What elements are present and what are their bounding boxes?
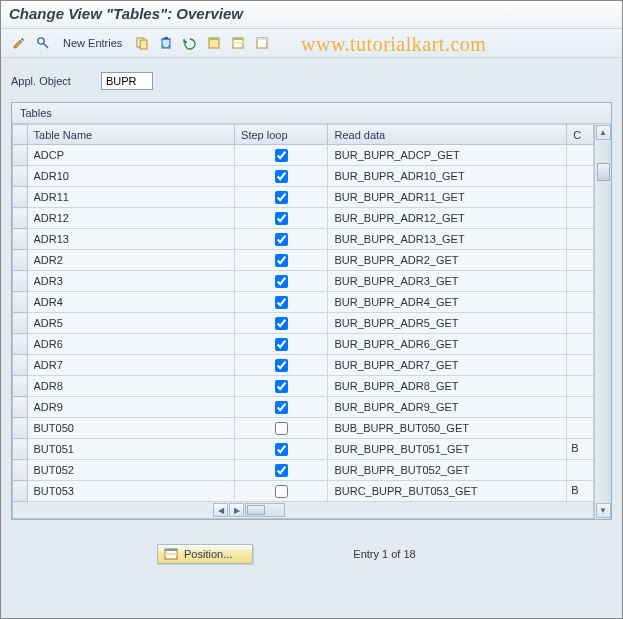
table-name-input[interactable] (28, 418, 235, 438)
read-data-input[interactable] (328, 397, 566, 417)
step-loop-checkbox[interactable] (275, 422, 288, 435)
new-entries-button[interactable]: New Entries (57, 35, 128, 51)
row-selector[interactable] (13, 334, 28, 355)
copy-as-icon[interactable] (132, 33, 152, 53)
c-cell[interactable]: B (567, 439, 593, 459)
c-cell[interactable] (567, 145, 593, 165)
row-selector[interactable] (13, 397, 28, 418)
table-name-input[interactable] (28, 166, 235, 186)
deselect-all-icon[interactable] (252, 33, 272, 53)
table-name-input[interactable] (28, 481, 235, 501)
read-data-input[interactable] (328, 166, 566, 186)
hscroll-thumb[interactable] (247, 505, 265, 515)
vscroll-up-icon[interactable]: ▲ (596, 125, 611, 140)
row-selector[interactable] (13, 418, 28, 439)
column-read-data[interactable]: Read data (328, 125, 567, 145)
delete-icon[interactable] (156, 33, 176, 53)
vertical-scrollbar[interactable]: ▲ ▼ (594, 124, 611, 519)
vscroll-track[interactable] (596, 141, 611, 502)
select-block-icon[interactable] (228, 33, 248, 53)
row-selector[interactable] (13, 145, 28, 166)
column-step-loop[interactable]: Step loop (235, 125, 328, 145)
read-data-input[interactable] (328, 460, 566, 480)
row-selector[interactable] (13, 439, 28, 460)
vscroll-thumb[interactable] (597, 163, 610, 181)
step-loop-checkbox[interactable] (275, 233, 288, 246)
c-cell[interactable] (567, 334, 593, 354)
row-selector[interactable] (13, 250, 28, 271)
c-cell[interactable] (567, 271, 593, 291)
row-selector[interactable] (13, 271, 28, 292)
row-selector[interactable] (13, 229, 28, 250)
table-name-input[interactable] (28, 187, 235, 207)
step-loop-checkbox[interactable] (275, 380, 288, 393)
position-button[interactable]: Position... (157, 544, 253, 564)
c-cell[interactable] (567, 292, 593, 312)
c-cell[interactable] (567, 355, 593, 375)
read-data-input[interactable] (328, 334, 566, 354)
row-selector[interactable] (13, 166, 28, 187)
c-cell[interactable] (567, 313, 593, 333)
read-data-input[interactable] (328, 481, 566, 501)
read-data-input[interactable] (328, 208, 566, 228)
horizontal-scrollbar[interactable]: ◀ ▶ (13, 503, 593, 517)
table-name-input[interactable] (28, 313, 235, 333)
table-name-input[interactable] (28, 208, 235, 228)
read-data-input[interactable] (328, 292, 566, 312)
c-cell[interactable] (567, 418, 593, 438)
c-cell[interactable] (567, 187, 593, 207)
step-loop-checkbox[interactable] (275, 464, 288, 477)
table-name-input[interactable] (28, 271, 235, 291)
table-name-input[interactable] (28, 229, 235, 249)
c-cell[interactable] (567, 166, 593, 186)
step-loop-checkbox[interactable] (275, 485, 288, 498)
read-data-input[interactable] (328, 439, 566, 459)
vscroll-down-icon[interactable]: ▼ (596, 503, 611, 518)
step-loop-checkbox[interactable] (275, 191, 288, 204)
hscroll-right-icon[interactable]: ▶ (229, 503, 244, 517)
other-entry-icon[interactable] (33, 33, 53, 53)
column-c[interactable]: C (567, 125, 594, 145)
c-cell[interactable] (567, 250, 593, 270)
table-name-input[interactable] (28, 334, 235, 354)
row-selector[interactable] (13, 460, 28, 481)
column-selector[interactable] (13, 125, 28, 145)
hscroll-track[interactable] (245, 503, 285, 517)
step-loop-checkbox[interactable] (275, 296, 288, 309)
read-data-input[interactable] (328, 229, 566, 249)
step-loop-checkbox[interactable] (275, 170, 288, 183)
step-loop-checkbox[interactable] (275, 254, 288, 267)
c-cell[interactable] (567, 208, 593, 228)
row-selector[interactable] (13, 481, 28, 502)
row-selector[interactable] (13, 313, 28, 334)
table-name-input[interactable] (28, 145, 235, 165)
select-all-icon[interactable] (204, 33, 224, 53)
row-selector[interactable] (13, 292, 28, 313)
read-data-input[interactable] (328, 313, 566, 333)
step-loop-checkbox[interactable] (275, 443, 288, 456)
read-data-input[interactable] (328, 376, 566, 396)
step-loop-checkbox[interactable] (275, 275, 288, 288)
c-cell[interactable] (567, 460, 593, 480)
hscroll-left-icon[interactable]: ◀ (213, 503, 228, 517)
row-selector[interactable] (13, 187, 28, 208)
step-loop-checkbox[interactable] (275, 338, 288, 351)
c-cell[interactable] (567, 376, 593, 396)
c-cell[interactable] (567, 229, 593, 249)
table-name-input[interactable] (28, 250, 235, 270)
step-loop-checkbox[interactable] (275, 149, 288, 162)
table-name-input[interactable] (28, 376, 235, 396)
c-cell[interactable]: B (567, 481, 593, 501)
table-name-input[interactable] (28, 460, 235, 480)
read-data-input[interactable] (328, 271, 566, 291)
read-data-input[interactable] (328, 187, 566, 207)
row-selector[interactable] (13, 208, 28, 229)
read-data-input[interactable] (328, 145, 566, 165)
read-data-input[interactable] (328, 418, 566, 438)
read-data-input[interactable] (328, 355, 566, 375)
step-loop-checkbox[interactable] (275, 317, 288, 330)
table-name-input[interactable] (28, 355, 235, 375)
toggle-display-change-icon[interactable] (9, 33, 29, 53)
table-name-input[interactable] (28, 439, 235, 459)
column-table-name[interactable]: Table Name (27, 125, 235, 145)
